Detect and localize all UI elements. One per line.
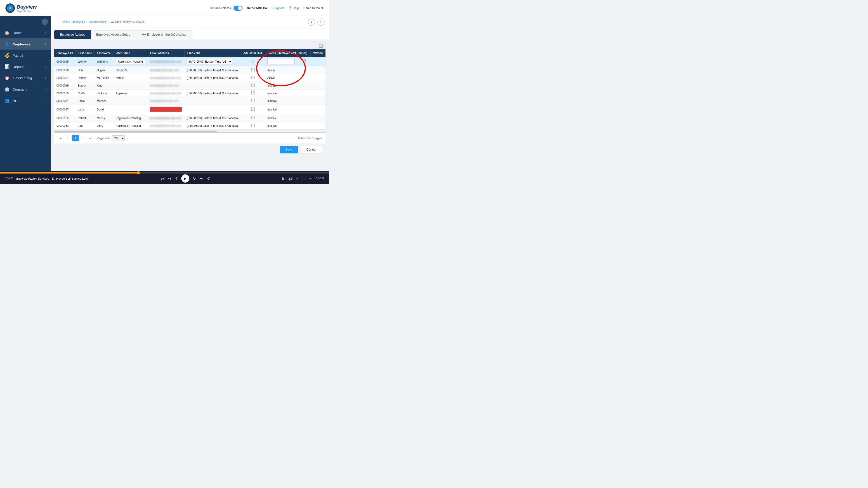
sidebar-item-home[interactable]: 🏠 Home › <box>0 27 51 38</box>
top-header: B Bayview Payroll Services Return to cla… <box>0 0 329 16</box>
video-time-current: 0:00:33 <box>4 177 13 180</box>
cell-employee-id: 00000057 <box>54 105 75 114</box>
checkbox[interactable] <box>251 107 254 111</box>
repeat-button[interactable]: ↺ <box>207 176 210 181</box>
registration-pending-badge: Registration Pending <box>116 59 145 64</box>
export-icon[interactable]: 📋 <box>318 43 323 48</box>
cell-username: Registration Pending <box>114 114 148 122</box>
sidebar-collapse-button[interactable]: ‹ <box>41 19 48 25</box>
table-row: 00000049 Burger King abcdefgh@domain.com… <box>54 82 326 90</box>
sidebar-item-payroll[interactable]: 💰 Payroll › <box>0 50 51 61</box>
employee-table: Employee ID First Name Last Name User Na… <box>54 49 326 130</box>
progress-indicator <box>137 171 140 174</box>
play-button[interactable]: ▶ <box>181 174 189 183</box>
cell-employee-id: 00000062 <box>54 114 75 122</box>
minimize-icon[interactable]: ⤡ <box>296 176 299 181</box>
rewind-button[interactable]: ↺ <box>175 176 178 181</box>
save-button[interactable]: Save <box>280 146 298 153</box>
sidebar-item-label: Reports <box>13 65 25 69</box>
cell-last-name: King <box>95 82 114 90</box>
tab-employee-access[interactable]: Employee Access <box>54 30 91 39</box>
cell-next-ac <box>310 74 325 82</box>
sidebar-item-label: Home <box>13 31 22 35</box>
page-size-control: Page size: 20 50 100 <box>97 135 125 141</box>
fullscreen-icon[interactable]: ⛶ <box>302 176 306 181</box>
col-adjust-dst: Adjust for DST <box>241 49 265 57</box>
sidebar-item-reports[interactable]: 📊 Reports › <box>0 61 51 72</box>
video-progress-bar[interactable] <box>0 172 329 173</box>
page-size-select[interactable]: 20 50 100 <box>112 135 125 141</box>
expand-button[interactable]: ⤡ <box>317 19 324 26</box>
cell-timezone <box>184 97 241 105</box>
tab-employee-access-setup[interactable]: Employee Access Setup <box>91 30 136 39</box>
classic-toggle-switch[interactable] <box>234 6 243 11</box>
help-link[interactable]: ❓ Help <box>288 6 299 10</box>
screen-icon[interactable]: 🖥 <box>281 176 285 181</box>
skip-back-button[interactable]: ⏮ <box>167 176 171 181</box>
cell-status: Inactive <box>265 105 310 114</box>
forward-button[interactable]: ↻ <box>193 176 196 181</box>
sidebar-item-hr[interactable]: 👥 HR › <box>0 95 51 106</box>
cell-status[interactable]: ↖ <box>265 57 310 66</box>
export-row: 📋 <box>54 41 326 49</box>
return-classic-toggle[interactable]: Return to classic <box>210 6 242 11</box>
cell-next-ac <box>310 97 325 105</box>
sidebar-item-label: Payroll <box>13 54 23 57</box>
info-button[interactable]: ℹ <box>308 19 315 26</box>
sidebar-item-employees[interactable]: 👤 Employees › <box>0 38 51 50</box>
tab-my-employer[interactable]: My Employer on the GO Access <box>136 30 192 39</box>
cell-adjust-dst <box>241 66 265 74</box>
col-last-name: Last Name <box>95 49 114 57</box>
page-first-button[interactable]: « <box>58 135 64 141</box>
cell-adjust-dst <box>241 90 265 97</box>
support-link[interactable]: ℹ Support <box>272 6 284 10</box>
cell-timezone: (UTC-05:00) Eastern Time (US & Canada) <box>184 122 241 130</box>
cell-username: Registration Pending <box>114 57 148 66</box>
cell-adjust-dst <box>241 97 265 105</box>
more-options-icon[interactable]: ⋯ <box>309 176 312 181</box>
breadcrumb-home[interactable]: Home <box>61 20 68 24</box>
checkbox[interactable] <box>251 99 254 102</box>
timezone-select[interactable]: (UTC-05:00) Eastern Time (US & Canad... <box>187 59 232 64</box>
page-prev-button[interactable]: ‹ <box>65 135 71 141</box>
volume-icon[interactable]: 🔊 <box>288 176 293 181</box>
cell-email: abcdefghijk@domain.com <box>148 90 185 97</box>
cell-next-ac <box>310 57 325 66</box>
checkbox[interactable] <box>251 68 254 71</box>
status-input-field[interactable] <box>268 59 294 64</box>
sidebar-item-label: Timekeeping <box>13 76 32 80</box>
shuffle-button[interactable]: ⇄ <box>161 176 164 181</box>
cell-timezone[interactable]: (UTC-05:00) Eastern Time (US & Canad... <box>184 57 241 66</box>
user-menu[interactable]: Demo Demo ▼ <box>303 6 324 10</box>
cell-last-name: Larry <box>95 122 114 130</box>
table-row: 00000062 Robert Marley Registration Pend… <box>54 114 326 122</box>
page-next-button[interactable]: › <box>80 135 86 141</box>
col-user-name: User Name <box>114 49 148 57</box>
sidebar-item-label: Employees <box>13 42 31 46</box>
cancel-button[interactable]: Cancel <box>301 146 322 153</box>
cell-first-name: Bird <box>75 122 94 130</box>
sidebar-item-company[interactable]: 🏢 Company › <box>0 84 51 95</box>
checkbox[interactable] <box>251 91 254 94</box>
sidebar-item-timekeeping[interactable]: ⏰ Timekeeping › <box>0 72 51 84</box>
breadcrumb-employees[interactable]: Employees <box>71 20 85 24</box>
checkbox[interactable] <box>251 84 254 87</box>
checkbox[interactable] <box>251 116 254 119</box>
chevron-icon: › <box>45 88 46 91</box>
cell-email: abcdefghijk@domain.com <box>148 74 185 82</box>
checkbox[interactable] <box>251 124 254 127</box>
table-row: 00000026 Hulk Hogan chucho22 abcdefgh@do… <box>54 66 326 74</box>
company-icon: 🏢 <box>4 87 9 92</box>
col-employee-id: Employee ID <box>54 49 75 57</box>
page-1-button[interactable]: 1 <box>72 135 79 141</box>
toggle-knob <box>238 6 242 10</box>
table-header-row: Employee ID First Name Last Name User Na… <box>54 49 326 57</box>
breadcrumb-product-access[interactable]: Product Access <box>88 20 107 24</box>
horizontal-scrollbar[interactable] <box>54 130 326 132</box>
home-icon: 🏠 <box>4 30 9 35</box>
page-last-button[interactable]: » <box>87 135 93 141</box>
checkbox[interactable] <box>251 76 254 79</box>
skip-forward-button[interactable]: ⏭ <box>199 176 203 181</box>
cell-employee-id: 00000051 <box>54 97 75 105</box>
form-actions: Save Cancel <box>54 143 326 156</box>
